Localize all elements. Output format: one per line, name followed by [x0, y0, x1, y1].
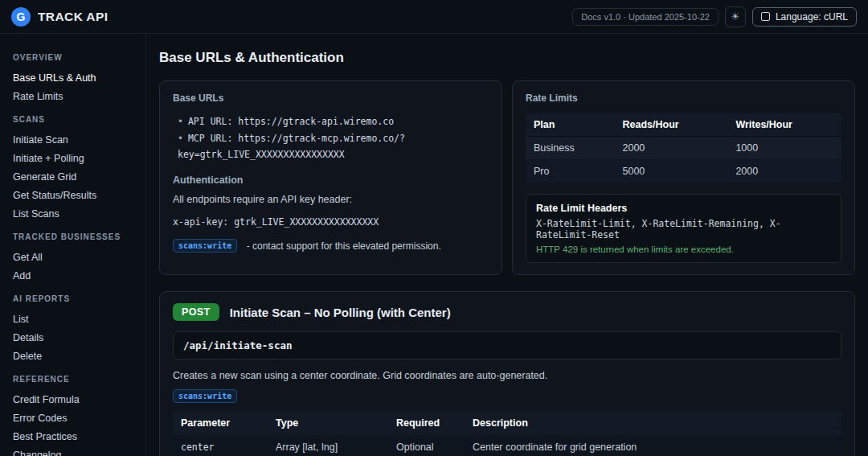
parameter-required-cell: Optional: [388, 435, 465, 456]
sidebar-section-title: TRACKED BUSINESSES: [13, 232, 133, 241]
scans-write-badge: scans:write: [173, 239, 237, 253]
sidebar-section-reference: REFERENCE Credit Formula Error Codes Bes…: [13, 375, 133, 456]
sidebar-section-ai-reports: AI REPORTS List Details Delete: [13, 294, 133, 365]
sidebar-section-title: REFERENCE: [13, 375, 133, 384]
page-title: Base URLs & Authentication: [159, 50, 855, 66]
plan-cell: Business: [526, 137, 615, 160]
sidebar-item-initiate-polling[interactable]: Initiate + Polling: [13, 149, 133, 167]
rate-limits-card-title: Rate Limits: [526, 92, 841, 104]
sidebar-section-title: AI REPORTS: [13, 294, 133, 303]
app-window: G TRACK API Docs v1.0 · Updated 2025-10-…: [0, 0, 868, 456]
sidebar-section-title: OVERVIEW: [13, 53, 133, 62]
column-header-type: Type: [268, 411, 388, 435]
language-icon: [761, 12, 770, 21]
topbar-actions: Docs v1.0 · Updated 2025-10-22 ☀ Languag…: [572, 6, 857, 27]
sidebar-item-error-codes[interactable]: Error Codes: [13, 409, 133, 427]
parameter-name-cell: center: [173, 435, 268, 456]
reads-cell: 5000: [615, 160, 728, 183]
authentication-text: All endpoints require an API key header:: [173, 192, 489, 207]
table-row: Business 2000 1000: [526, 137, 841, 160]
column-header-plan: Plan: [526, 113, 615, 137]
sidebar-section-scans: SCANS Initiate Scan Initiate + Polling G…: [13, 115, 133, 223]
bullet-icon: •: [178, 133, 183, 144]
sidebar-item-changelog[interactable]: Changelog: [13, 446, 133, 456]
sidebar-item-credit-formula[interactable]: Credit Formula: [13, 390, 133, 409]
language-selector-button[interactable]: Language: cURL: [752, 7, 857, 27]
api-key-code: x-api-key: gtrk_LIVE_XXXXXXXXXXXXXXXX: [173, 216, 489, 228]
app-title: TRACK API: [38, 10, 108, 24]
scope-note-row: scans:write - contact support for this e…: [173, 238, 489, 253]
content-area: OVERVIEW Base URLs & Auth Rate Limits SC…: [0, 34, 868, 456]
column-header-description: Description: [465, 411, 841, 435]
endpoint-title: Initiate Scan – No Polling (with Center): [230, 306, 451, 319]
writes-cell: 2000: [727, 160, 841, 183]
reads-cell: 2000: [615, 137, 728, 160]
api-url-bullet: •API URL: https://gtrack-api.wiremo.co: [173, 113, 489, 130]
parameter-description-cell: Center coordinate for grid generation: [465, 435, 841, 456]
mcp-url-bullet: •MCP URL: https://gtrack-mcp.wiremo.co/?…: [173, 130, 489, 163]
column-header-reads: Reads/Hour: [615, 113, 728, 137]
sidebar-section-title: SCANS: [13, 115, 133, 124]
rate-limit-headers-box: Rate Limit Headers X-RateLimit-Limit, X-…: [526, 194, 841, 263]
sidebar-item-add[interactable]: Add: [13, 266, 133, 285]
logo-icon: G: [11, 7, 31, 27]
sidebar-item-rate-limits[interactable]: Rate Limits: [13, 87, 133, 105]
endpoint-card: POST Initiate Scan – No Polling (with Ce…: [159, 291, 855, 456]
sidebar-item-delete[interactable]: Delete: [13, 347, 133, 365]
language-label: Language: cURL: [776, 11, 848, 23]
scans-write-badge: scans:write: [173, 389, 237, 403]
sun-icon: ☀: [731, 10, 740, 23]
rate-limit-429-note: HTTP 429 is returned when limits are exc…: [536, 244, 831, 254]
rate-limits-table: Plan Reads/Hour Writes/Hour Business 200…: [526, 113, 841, 183]
table-row: Pro 5000 2000: [526, 160, 841, 183]
rate-limits-card: Rate Limits Plan Reads/Hour Writes/Hour …: [512, 80, 855, 275]
top-cards-row: Base URLs •API URL: https://gtrack-api.w…: [159, 80, 855, 275]
sidebar-item-list[interactable]: List: [13, 310, 133, 328]
sidebar-item-initiate-scan[interactable]: Initiate Scan: [13, 130, 133, 149]
column-header-required: Required: [388, 411, 465, 435]
scope-note-text: - contact support for this elevated perm…: [247, 240, 441, 252]
endpoint-header: POST Initiate Scan – No Polling (with Ce…: [173, 303, 841, 321]
bullet-icon: •: [178, 116, 183, 127]
sidebar-section-tracked-businesses: TRACKED BUSINESSES Get All Add: [13, 232, 133, 285]
http-method-badge: POST: [173, 303, 219, 321]
endpoint-description: Creates a new scan using a center coordi…: [173, 370, 841, 381]
topbar: G TRACK API Docs v1.0 · Updated 2025-10-…: [0, 0, 868, 34]
column-header-writes: Writes/Hour: [727, 113, 841, 137]
endpoint-path: /api/initiate-scan: [173, 331, 841, 359]
rate-limits-header-row: Plan Reads/Hour Writes/Hour: [526, 113, 841, 137]
authentication-heading: Authentication: [173, 175, 489, 186]
base-urls-card: Base URLs •API URL: https://gtrack-api.w…: [159, 80, 502, 275]
sidebar-item-get-all[interactable]: Get All: [13, 248, 133, 266]
rate-limit-headers-code: X-RateLimit-Limit, X-RateLimit-Remaining…: [536, 218, 831, 240]
sidebar-item-best-practices[interactable]: Best Practices: [13, 427, 133, 446]
writes-cell: 1000: [727, 137, 841, 160]
parameters-header-row: Parameter Type Required Description: [173, 411, 841, 435]
column-header-parameter: Parameter: [173, 411, 268, 435]
table-row: center Array [lat, lng] Optional Center …: [173, 435, 841, 456]
parameters-table: Parameter Type Required Description cent…: [173, 411, 841, 456]
docs-version-badge: Docs v1.0 · Updated 2025-10-22: [572, 8, 719, 26]
sidebar-section-overview: OVERVIEW Base URLs & Auth Rate Limits: [13, 53, 133, 105]
api-url-text: API URL: https://gtrack-api.wiremo.co: [188, 116, 394, 127]
sidebar: OVERVIEW Base URLs & Auth Rate Limits SC…: [0, 34, 146, 456]
theme-toggle-button[interactable]: ☀: [725, 6, 746, 27]
base-urls-card-title: Base URLs: [173, 92, 489, 104]
mcp-url-text: MCP URL: https://gtrack-mcp.wiremo.co/?k…: [178, 133, 405, 161]
sidebar-item-base-urls-auth[interactable]: Base URLs & Auth: [13, 68, 133, 87]
plan-cell: Pro: [526, 160, 615, 183]
parameter-type-cell: Array [lat, lng]: [268, 435, 388, 456]
sidebar-item-get-status-results[interactable]: Get Status/Results: [13, 186, 133, 204]
sidebar-item-generate-grid[interactable]: Generate Grid: [13, 167, 133, 186]
rate-limit-headers-title: Rate Limit Headers: [536, 203, 831, 214]
sidebar-item-details[interactable]: Details: [13, 328, 133, 347]
sidebar-item-list-scans[interactable]: List Scans: [13, 204, 133, 223]
main-panel: Base URLs & Authentication Base URLs •AP…: [146, 34, 868, 456]
